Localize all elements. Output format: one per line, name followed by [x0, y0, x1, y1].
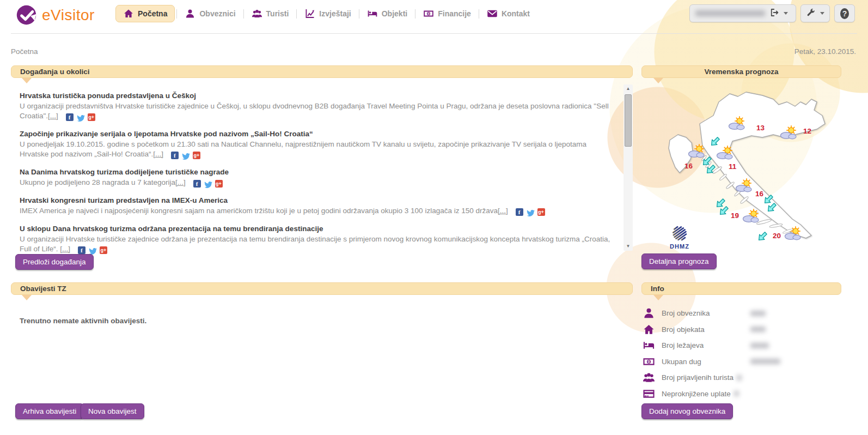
current-date: Petak, 23.10.2015.	[794, 47, 856, 56]
share-icons	[66, 113, 95, 121]
user-menu-button[interactable]	[689, 4, 796, 22]
user-name-blurred	[695, 10, 765, 16]
info-row-value	[750, 311, 766, 316]
news-item: U sklopu Dana hrvatskog turizma održana …	[20, 224, 610, 254]
temperature-label: 16	[684, 162, 693, 170]
info-row: Broj objekata	[643, 322, 841, 338]
info-row-value	[750, 359, 780, 364]
brand-name: eVisitor	[42, 7, 95, 24]
googleplus-icon[interactable]	[100, 246, 107, 254]
events-panel-title: Događanja u okolici	[20, 68, 90, 76]
info-row-label: Broj ležajeva	[662, 341, 704, 349]
notices-panel-title: Obavijesti TZ	[20, 285, 66, 293]
temperature-label: 13	[756, 124, 765, 132]
news-more-link[interactable]: [...]	[153, 150, 163, 158]
info-panel-header: Info	[641, 282, 841, 295]
news-more-link[interactable]: [...]	[175, 178, 186, 186]
info-panel-pointer	[653, 295, 663, 300]
main-nav: PočetnaObvezniciTuristiIzvještajiObjekti…	[115, 5, 536, 22]
svg-text:0: 0	[648, 360, 650, 364]
nav-item-objekti[interactable]: Objekti	[361, 5, 413, 22]
events-panel-header: Događanja u okolici	[11, 65, 633, 78]
detailed-forecast-button[interactable]: Detaljna prognoza	[641, 253, 717, 269]
news-more-link[interactable]: [...]	[498, 207, 508, 215]
nav-item-label: Objekti	[382, 9, 407, 18]
facebook-icon[interactable]	[171, 152, 179, 159]
user-area: ?	[689, 4, 855, 22]
googleplus-icon[interactable]	[193, 152, 200, 159]
news-more-link[interactable]: [...]	[48, 112, 58, 120]
news-body: U organizaciji predstavništva Hrvatske t…	[20, 102, 609, 120]
help-button[interactable]: ?	[834, 4, 855, 22]
chart-icon	[304, 8, 315, 19]
scrollbar-thumb[interactable]	[625, 94, 632, 147]
info-row: Broj prijavljenih turista	[643, 370, 841, 386]
evisitor-logo-icon	[15, 4, 38, 26]
evisitor-homepage: eVisitor PočetnaObvezniciTuristiIzvješta…	[0, 0, 868, 435]
twitter-icon[interactable]	[204, 180, 212, 188]
nav-divider	[176, 9, 177, 19]
notices-archive-button[interactable]: Arhiva obavijesti	[15, 403, 84, 419]
share-icons	[516, 208, 545, 216]
info-row-value	[750, 327, 766, 332]
settings-button[interactable]	[800, 4, 830, 22]
news-title: Započinje prikazivanje serijala o ljepot…	[20, 129, 610, 139]
banknote-icon: 0	[423, 8, 434, 19]
sun-cloud-icon	[743, 209, 759, 222]
weather-panel-header: Vremenska prognoza	[641, 65, 841, 78]
events-scrollbar[interactable]: ▲ ▼	[624, 84, 633, 251]
person-icon	[185, 8, 195, 19]
nav-item-financije[interactable]: 0Financije	[417, 5, 477, 22]
header-divider	[11, 33, 857, 34]
news-more-link[interactable]: [...]	[60, 245, 70, 253]
home-icon	[643, 323, 655, 336]
googleplus-icon[interactable]	[537, 208, 545, 216]
dhmz-logo: DHMZ	[670, 223, 690, 250]
news-title: Hrvatska turistička ponuda predstavljena…	[20, 91, 610, 101]
nav-item-kontakt[interactable]: Kontakt	[481, 5, 536, 22]
facebook-icon[interactable]	[78, 246, 85, 254]
dhmz-label: DHMZ	[670, 243, 689, 250]
events-panel-pointer	[22, 78, 32, 83]
temperature-label: 11	[729, 162, 737, 171]
wind-arrow-icon	[756, 231, 768, 243]
suggest-events-button[interactable]: Predloži događanja	[15, 254, 94, 270]
googleplus-icon[interactable]	[88, 113, 95, 121]
weather-map: 13121611161920 DHMZ	[651, 88, 839, 251]
nav-divider	[415, 9, 415, 19]
info-row: Broj obveznika	[643, 305, 841, 322]
news-item: Hrvatski kongresni turizam predstavljen …	[20, 196, 610, 216]
info-row-label: Broj prijavljenih turista	[662, 373, 733, 382]
scroll-down-icon[interactable]: ▼	[624, 242, 633, 251]
twitter-icon[interactable]	[181, 152, 190, 159]
facebook-icon[interactable]	[66, 113, 74, 121]
app-logo[interactable]: eVisitor	[15, 4, 95, 26]
person-icon	[643, 307, 655, 319]
news-body: IMEX America je najveći i najposjećeniji…	[20, 207, 498, 215]
twitter-icon[interactable]	[76, 113, 85, 121]
twitter-icon[interactable]	[88, 246, 97, 254]
temperature-label: 20	[773, 232, 781, 240]
nav-item-izvjestaji[interactable]: Izvještaji	[298, 5, 357, 22]
nav-item-label: Financije	[438, 9, 471, 18]
facebook-icon[interactable]	[193, 180, 201, 188]
home-icon	[123, 8, 134, 19]
nav-item-turisti[interactable]: Turisti	[246, 5, 295, 22]
envelope-icon	[487, 8, 498, 19]
share-icons	[193, 180, 223, 188]
notices-panel-header: Obavijesti TZ	[11, 282, 633, 295]
temperature-label: 19	[731, 212, 739, 220]
twitter-icon[interactable]	[526, 208, 535, 216]
bed-icon	[367, 8, 378, 19]
new-notice-button[interactable]: Nova obavijest	[81, 403, 144, 419]
info-row: Broj ležajeva	[643, 337, 841, 354]
info-panel-title: Info	[651, 285, 664, 293]
nav-item-pocetna[interactable]: Početna	[115, 5, 175, 22]
nav-divider	[296, 9, 297, 19]
scroll-up-icon[interactable]: ▲	[624, 84, 633, 93]
add-obligor-button[interactable]: Dodaj novog obveznika	[641, 403, 733, 419]
googleplus-icon[interactable]	[215, 180, 223, 188]
temperature-label: 16	[755, 190, 764, 198]
facebook-icon[interactable]	[516, 208, 523, 216]
nav-item-obveznici[interactable]: Obveznici	[179, 5, 241, 22]
